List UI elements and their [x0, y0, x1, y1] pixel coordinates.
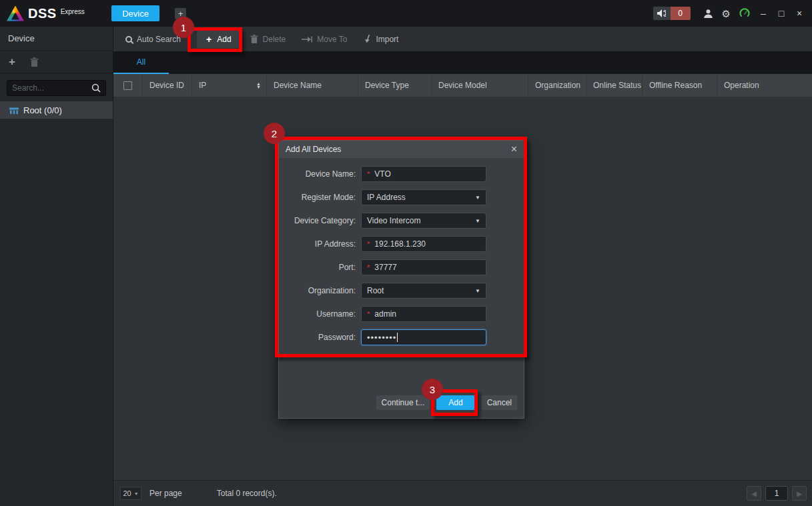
per-page-label: Per page — [149, 489, 182, 498]
column-device-model[interactable]: Device Model — [432, 74, 528, 97]
device-category-label: Device Category: — [279, 216, 356, 225]
password-label: Password: — [279, 333, 356, 342]
dialog-title: Add All Devices — [286, 145, 341, 154]
delete-device-button[interactable]: Delete — [250, 35, 286, 44]
port-field[interactable]: * 37777 — [361, 259, 486, 275]
search-icon — [125, 36, 132, 43]
add-device-button[interactable]: + Add — [197, 31, 241, 48]
column-organization[interactable]: Organization — [528, 74, 586, 97]
tab-device[interactable]: Device — [111, 5, 159, 21]
device-category-tabs: All — [113, 51, 812, 74]
sort-icon[interactable]: ▲▼ — [256, 82, 261, 89]
column-online-status[interactable]: Online Status — [586, 74, 643, 97]
brand-suffix: Express — [61, 8, 85, 15]
device-name-field[interactable]: * VTO — [361, 166, 486, 182]
column-offline-reason[interactable]: Offline Reason — [643, 74, 717, 97]
column-operation[interactable]: Operation — [717, 74, 812, 97]
add-all-devices-dialog: Add All Devices × Device Name: * VTO Reg… — [278, 140, 524, 419]
total-records-label: Total 0 record(s). — [217, 489, 277, 498]
search-icon — [91, 83, 101, 93]
chevron-down-icon: ▼ — [134, 491, 139, 496]
username-label: Username: — [279, 309, 356, 319]
device-table-header: Device ID IP ▲▼ Device Name Device Type … — [113, 74, 812, 97]
user-icon[interactable] — [703, 9, 713, 19]
current-page: 1 — [765, 486, 788, 501]
column-ip[interactable]: IP ▲▼ — [192, 74, 267, 97]
port-label: Port: — [279, 263, 356, 272]
add-organization-button[interactable]: + — [9, 55, 15, 69]
organization-label: Organization: — [279, 286, 356, 295]
delete-organization-button[interactable] — [30, 57, 39, 67]
password-field[interactable]: •••••••• — [361, 329, 486, 345]
gear-icon[interactable]: ⚙ — [722, 9, 731, 19]
continue-to-add-button[interactable]: Continue t... — [376, 395, 430, 410]
search-input[interactable] — [12, 83, 91, 93]
register-mode-select[interactable]: IP Address ▼ — [361, 189, 486, 205]
maximize-button[interactable]: □ — [777, 8, 786, 19]
dialog-add-button[interactable]: Add — [436, 395, 474, 410]
speaker-icon — [653, 7, 671, 20]
new-tab-button[interactable]: + — [175, 8, 186, 19]
app-logo: DSS Express — [0, 6, 111, 21]
organization-icon — [9, 106, 19, 114]
username-field[interactable]: * admin — [361, 306, 486, 322]
required-mark: * — [367, 240, 370, 248]
ip-address-label: IP Address: — [279, 239, 356, 249]
dialog-footer: Continue t... Add Cancel — [279, 358, 524, 418]
tree-item-root[interactable]: Root (0/0) — [0, 101, 113, 119]
device-toolbar: Auto Search + Add Delete Move To Import — [113, 27, 812, 51]
health-monitor-icon[interactable] — [739, 8, 750, 19]
sidebar-title: Device — [0, 27, 113, 51]
tree-item-label: Root (0/0) — [23, 105, 62, 115]
device-category-select[interactable]: Video Intercom ▼ — [361, 213, 486, 229]
move-to-icon — [302, 36, 312, 43]
import-icon — [363, 35, 371, 43]
column-device-id[interactable]: Device ID — [143, 74, 192, 97]
dss-express-window: DSS Express Device + 0 ⚙ – □ × — [0, 0, 812, 506]
import-button[interactable]: Import — [363, 35, 398, 44]
dialog-titlebar: Add All Devices × — [279, 141, 524, 158]
column-device-type[interactable]: Device Type — [358, 74, 432, 97]
cancel-button[interactable]: Cancel — [482, 395, 517, 410]
select-all-checkbox[interactable] — [123, 81, 132, 90]
dss-logo-icon — [7, 6, 24, 21]
tab-all[interactable]: All — [113, 51, 169, 74]
brand-name: DSS — [28, 6, 57, 21]
tree-search-box[interactable] — [7, 80, 106, 96]
trash-icon — [250, 35, 258, 43]
page-size-select[interactable]: 20 ▼ — [120, 487, 141, 500]
auto-search-button[interactable]: Auto Search — [125, 35, 181, 44]
ip-address-field[interactable]: * 192.168.1.230 — [361, 236, 486, 252]
chevron-down-icon: ▼ — [475, 195, 480, 201]
alarm-center-widget[interactable]: 0 — [653, 7, 691, 20]
device-tree-panel: Device + Root (0/0) — [0, 27, 113, 506]
move-to-button[interactable]: Move To — [302, 35, 347, 44]
required-mark: * — [367, 263, 370, 271]
register-mode-label: Register Mode: — [279, 193, 356, 202]
minimize-button[interactable]: – — [759, 8, 768, 19]
column-device-name[interactable]: Device Name — [267, 74, 358, 97]
chevron-down-icon: ▼ — [475, 218, 480, 224]
dialog-close-icon[interactable]: × — [511, 144, 517, 155]
pagination-bar: 20 ▼ Per page Total 0 record(s). ◀ 1 ▶ — [113, 480, 812, 506]
plus-icon: + — [206, 35, 212, 44]
required-mark: * — [367, 310, 370, 318]
device-name-label: Device Name: — [279, 169, 356, 179]
chevron-down-icon: ▼ — [475, 288, 480, 294]
organization-select[interactable]: Root ▼ — [361, 283, 486, 299]
required-mark: * — [367, 170, 370, 178]
text-cursor — [397, 333, 398, 342]
prev-page-button[interactable]: ◀ — [747, 486, 761, 501]
close-button[interactable]: × — [795, 8, 804, 19]
alarm-count-badge: 0 — [671, 7, 691, 20]
next-page-button[interactable]: ▶ — [792, 486, 807, 501]
titlebar: DSS Express Device + 0 ⚙ – □ × — [0, 0, 812, 27]
